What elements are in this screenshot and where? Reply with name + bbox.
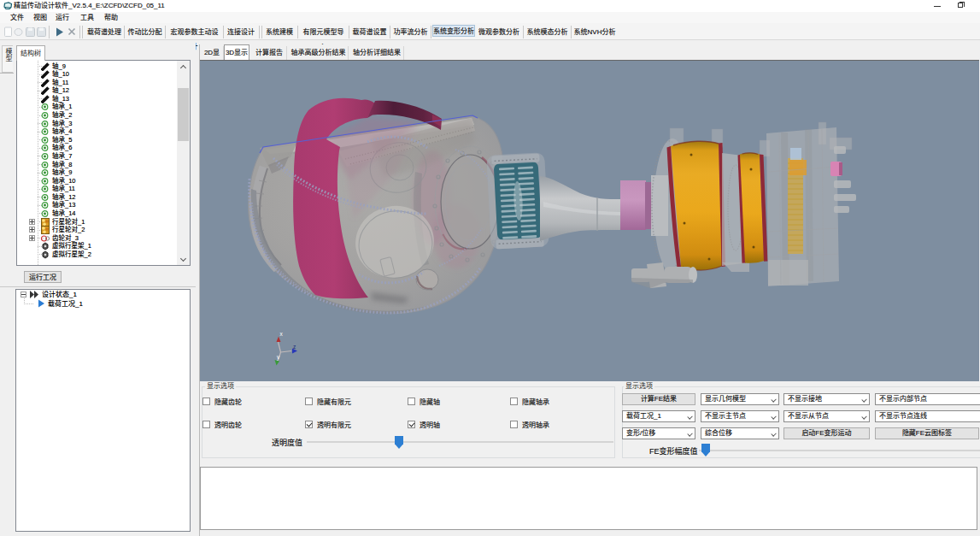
svg-text:z: z xyxy=(293,344,296,350)
svg-text:x: x xyxy=(280,331,284,337)
